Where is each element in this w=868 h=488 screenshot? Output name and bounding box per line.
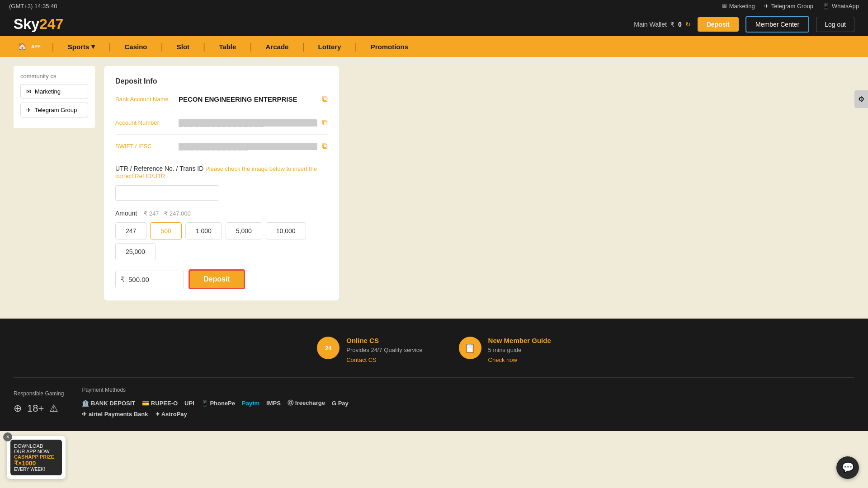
header: Sky247 Main Wallet ₹ 0 ↻ Deposit Member … — [0, 12, 868, 36]
new-member-guide-icon: 📋 — [459, 337, 481, 359]
swift-ifsc-value: █████████████ — [179, 143, 317, 150]
payment-phonepe: 📱 PhonePe — [201, 400, 235, 407]
gaming-icon-1: ⊕ — [14, 403, 22, 414]
wallet-label: Main Wallet — [634, 21, 667, 28]
payment-logos-row-2: ✈ airtel Payments Bank ✦ AstroPay — [82, 411, 348, 418]
deposit-submit-button[interactable]: Deposit — [189, 269, 245, 289]
copy-account-number-icon[interactable]: ⧉ — [322, 118, 328, 127]
app-banner-frequency: EVERY WEEK! — [14, 467, 58, 472]
payment-astropay: ✦ AstroPay — [155, 411, 187, 418]
app-banner-content: DOWNLOAD OUR APP NOW CASHAPP PRIZE ₹×100… — [10, 440, 62, 475]
amount-btn-5000[interactable]: 5,000 — [226, 222, 262, 239]
payment-freecharge: ⓪ freecharge — [288, 399, 325, 407]
amount-btn-25000[interactable]: 25,000 — [115, 243, 156, 260]
chat-icon: 💬 — [842, 462, 854, 474]
app-banner-close-button[interactable]: × — [3, 432, 12, 441]
amount-btn-500[interactable]: 500 — [150, 222, 181, 239]
nav-table[interactable]: Table — [205, 37, 250, 57]
logout-button[interactable]: Log out — [816, 17, 854, 32]
amount-btn-1000[interactable]: 1,000 — [185, 222, 222, 239]
nav-slot[interactable]: Slot — [163, 37, 203, 57]
nav-arcade[interactable]: Arcade — [252, 37, 302, 57]
wallet-balance: 0 — [678, 21, 682, 28]
nav-home[interactable]: 🏠 APP — [9, 36, 52, 57]
account-number-value: ████████████████ — [179, 119, 317, 127]
gaming-icon-3: ⚠ — [49, 403, 58, 414]
payment-bank-deposit: 🏦 BANK DEPOSIT — [82, 400, 135, 407]
account-number-label: Account Number — [115, 119, 179, 126]
home-icon: 🏠 — [18, 42, 27, 51]
bank-account-name-label: Bank Account Name — [115, 96, 179, 103]
app-banner-line1: DOWNLOAD — [14, 443, 58, 449]
app-banner-line2: OUR APP NOW — [14, 449, 58, 454]
nav-promotions[interactable]: Promotions — [357, 37, 422, 57]
swift-ifsc-label: SWIFT / IFSC — [115, 143, 179, 150]
online-cs-title: Online CS — [346, 337, 422, 344]
payment-logos-row-1: 🏦 BANK DEPOSIT 💳 RUPEE-O UPI 📱 PhonePe P… — [82, 399, 348, 407]
whatsapp-icon: 📱 — [822, 3, 830, 9]
header-deposit-button[interactable]: Deposit — [698, 17, 739, 32]
bank-account-name-value: PECON ENGINEERING ENTERPRISE — [179, 95, 317, 103]
utr-input[interactable] — [115, 185, 219, 201]
amount-btn-10000[interactable]: 10,000 — [266, 222, 306, 239]
new-member-title: New Member Guide — [488, 337, 551, 344]
responsible-gaming-section: Responsible Gaming ⊕ 18+ ⚠ — [14, 390, 64, 414]
copy-swift-icon[interactable]: ⧉ — [322, 141, 328, 151]
telegram-small-icon: ✈ — [26, 107, 31, 113]
gear-icon: ⚙ — [858, 95, 864, 103]
footer: 24 Online CS Provides 24/7 Quality servi… — [0, 319, 868, 431]
amount-section: Amount ₹ 247 - ₹ 247,000 247 500 1,000 5… — [115, 210, 328, 260]
marketing-link[interactable]: ✉ Marketing — [722, 3, 755, 9]
deposit-amount-input-wrap: ₹ — [115, 271, 184, 288]
swift-ifsc-row: SWIFT / IFSC █████████████ ⧉ — [115, 141, 328, 158]
amount-label: Amount — [115, 210, 137, 217]
nav-casino[interactable]: Casino — [111, 37, 160, 57]
amount-buttons: 247 500 1,000 5,000 10,000 — [115, 222, 328, 239]
telegram-link[interactable]: ✈ Telegram Group — [764, 3, 813, 9]
main-content: community cs ✉ Marketing ✈ Telegram Grou… — [0, 57, 868, 310]
footer-bottom: Responsible Gaming ⊕ 18+ ⚠ Payment Metho… — [14, 377, 854, 418]
telegram-icon: ✈ — [764, 3, 769, 9]
utr-label: UTR / Reference No. / Trans ID Please ch… — [115, 165, 328, 179]
settings-icon[interactable]: ⚙ — [854, 90, 868, 108]
wallet-info: Main Wallet ₹ 0 ↻ — [634, 21, 690, 28]
app-banner-prize: ₹×1000 — [14, 460, 58, 467]
payment-gpay: G Pay — [332, 400, 349, 407]
copy-bank-name-icon[interactable]: ⧉ — [322, 94, 328, 104]
contact-cs-link[interactable]: Contact CS — [346, 357, 376, 363]
currency-symbol: ₹ — [670, 21, 675, 28]
site-logo: Sky247 — [14, 16, 63, 33]
responsible-gaming-title: Responsible Gaming — [14, 390, 64, 397]
online-cs-icon: 24 — [317, 337, 340, 359]
chat-button[interactable]: 💬 — [836, 456, 859, 479]
gaming-icon-2: 18+ — [27, 403, 44, 414]
deposit-card: Deposit Info Bank Account Name PECON ENG… — [104, 66, 339, 300]
navigation: 🏠 APP | Sports ▾ | Casino | Slot | Table… — [0, 36, 868, 57]
member-center-button[interactable]: Member Center — [745, 16, 809, 33]
app-badge: APP — [29, 43, 43, 50]
footer-services: 24 Online CS Provides 24/7 Quality servi… — [14, 337, 854, 364]
app-banner-highlight: CASHAPP PRIZE — [14, 454, 58, 460]
whatsapp-link[interactable]: 📱 WhatsApp — [822, 3, 859, 9]
amount-btn-247[interactable]: 247 — [115, 222, 146, 239]
footer-new-member-guide: 📋 New Member Guide 5 mins guide Check no… — [459, 337, 551, 364]
footer-online-cs: 24 Online CS Provides 24/7 Quality servi… — [317, 337, 422, 364]
currency-symbol-input: ₹ — [120, 275, 125, 284]
nav-lottery[interactable]: Lottery — [305, 37, 355, 57]
community-title: community cs — [20, 73, 88, 80]
top-bar: (GMT+3) 14:35:40 ✉ Marketing ✈ Telegram … — [0, 0, 868, 12]
nav-sports[interactable]: Sports ▾ — [54, 36, 109, 57]
payment-methods-title: Payment Methods — [82, 387, 348, 393]
marketing-community-button[interactable]: ✉ Marketing — [20, 84, 88, 99]
telegram-community-button[interactable]: ✈ Telegram Group — [20, 103, 88, 117]
deposit-amount-input[interactable] — [125, 271, 179, 288]
refresh-icon[interactable]: ↻ — [685, 21, 691, 28]
amount-range: ₹ 247 - ₹ 247,000 — [144, 210, 190, 217]
new-member-text: New Member Guide 5 mins guide Check now — [488, 337, 551, 364]
deposit-input-row: ₹ Deposit — [115, 269, 328, 289]
payment-airtel: ✈ airtel Payments Bank — [82, 411, 148, 418]
payment-rupeeo: 💳 RUPEE-O — [142, 400, 178, 407]
online-cs-desc: Provides 24/7 Quality service — [346, 347, 422, 353]
check-now-link[interactable]: Check now — [488, 357, 517, 363]
email-icon: ✉ — [722, 3, 727, 9]
